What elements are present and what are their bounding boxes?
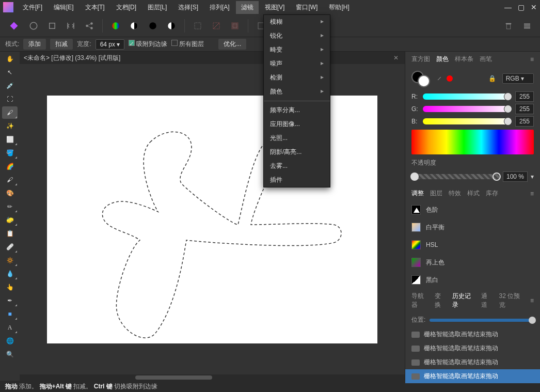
canvas-viewport[interactable]	[20, 64, 405, 374]
r-value[interactable]: 255	[515, 91, 534, 102]
history-item[interactable]: 栅格智能选取画笔结束拖动	[405, 327, 540, 341]
tab-32bit[interactable]: 32 位预览	[497, 291, 527, 310]
history-position-slider[interactable]	[430, 319, 534, 322]
filter-distort[interactable]: 畸变▸	[264, 43, 330, 57]
history-item[interactable]: 栅格智能选取画笔结束拖动	[405, 341, 540, 355]
smudge-tool[interactable]: 👆	[2, 281, 18, 293]
filter-sharpen[interactable]: 锐化▸	[264, 29, 330, 43]
flood-fill-tool[interactable]: 🪣	[2, 147, 18, 159]
menu-file[interactable]: 文件[F]	[18, 1, 47, 14]
filter-applyimage[interactable]: 应用图像...	[264, 117, 330, 131]
selection-brush-tool[interactable]: 🖌	[2, 106, 18, 119]
close-tab-icon[interactable]: ✕	[393, 54, 399, 61]
text-tool[interactable]: A	[2, 321, 18, 334]
tab-fx[interactable]: 特效	[447, 188, 463, 199]
r-slider[interactable]	[423, 93, 511, 100]
tab-stock[interactable]: 库存	[484, 188, 500, 199]
eyedropper-icon[interactable]: ⟋	[436, 75, 442, 82]
trash-icon[interactable]	[501, 18, 516, 34]
paint-brush-tool[interactable]: 🖌	[2, 174, 18, 186]
tab-color[interactable]: 颜色	[434, 54, 451, 65]
marquee-cancel-icon[interactable]	[209, 18, 224, 34]
shape-tool[interactable]: ■	[2, 308, 18, 320]
snap-edges-checkbox[interactable]: ✓吸附到边缘	[129, 40, 167, 49]
menu-edit[interactable]: 编辑[E]	[49, 1, 79, 14]
filter-noise[interactable]: 噪声▸	[264, 57, 330, 71]
tab-channels[interactable]: 通道	[479, 291, 495, 310]
menu-arrange[interactable]: 排列[A]	[204, 1, 235, 14]
tab-brush[interactable]: 画笔	[478, 54, 494, 65]
adj-blackwhite[interactable]: 黑白	[405, 271, 540, 289]
filter-dehaze[interactable]: 去雾...	[264, 159, 330, 173]
filter-lighting[interactable]: 光照...	[264, 131, 330, 145]
options-icon[interactable]	[519, 18, 535, 34]
refine-button[interactable]: 优化...	[218, 39, 246, 50]
filter-color[interactable]: 颜色▸	[264, 85, 330, 99]
hand-tool[interactable]: ✋	[2, 53, 18, 65]
color-wheel-icon[interactable]	[108, 18, 123, 34]
contrast-icon[interactable]	[126, 18, 142, 34]
menu-document[interactable]: 文档[D]	[111, 1, 141, 14]
tab-transform[interactable]: 变换	[433, 291, 448, 310]
g-slider[interactable]	[423, 106, 511, 112]
colorspace-dropdown[interactable]: RGB ▾	[502, 73, 534, 84]
lock-icon[interactable]: 🔒	[488, 75, 496, 82]
marquee-invert-icon[interactable]	[227, 18, 243, 34]
mesh-tool[interactable]: 🌐	[2, 335, 18, 347]
tab-swatches[interactable]: 样本条	[453, 54, 475, 65]
tab-adjust[interactable]: 调整	[409, 188, 426, 199]
dodge-tool[interactable]: 🔅	[2, 254, 18, 266]
heal-tool[interactable]: 🩹	[2, 241, 18, 253]
mirror-icon[interactable]	[63, 18, 78, 34]
eraser-tool[interactable]: 🧽	[2, 214, 18, 226]
adj-hsl[interactable]: HSL	[405, 236, 540, 254]
filter-plugins[interactable]: 插件	[264, 173, 330, 187]
maximize-button[interactable]: ▢	[518, 3, 525, 11]
autolevel-icon[interactable]	[26, 18, 41, 34]
gradient-tool[interactable]: 🌈	[2, 160, 18, 173]
document-tab[interactable]: <未命名> [已修改] (33.4%) [试用版] ✕	[20, 52, 405, 64]
opacity-stepper[interactable]: ▾	[531, 173, 534, 180]
tab-history[interactable]: 历史记录	[450, 291, 477, 310]
tab-layers[interactable]: 图层	[428, 188, 444, 199]
share-icon[interactable]	[82, 18, 97, 34]
history-item[interactable]: 栅格智能选取画笔结束拖动	[405, 369, 540, 383]
panel-menu-icon-2[interactable]: ≡	[528, 189, 536, 198]
horizontal-scrollbar[interactable]	[20, 374, 405, 381]
menu-window[interactable]: 窗口[W]	[291, 1, 323, 14]
minimize-button[interactable]: —	[504, 3, 512, 11]
mixer-brush-tool[interactable]: 🎨	[2, 187, 18, 199]
brush-width-dropdown[interactable]: 64 px ▾	[96, 39, 125, 50]
tab-histogram[interactable]: 直方图	[409, 54, 432, 65]
hue-picker[interactable]	[411, 130, 534, 154]
filter-shadowhighlight[interactable]: 阴影/高亮...	[264, 145, 330, 159]
opacity-slider[interactable]	[411, 174, 500, 179]
mode-subtract-button[interactable]: 扣减	[50, 39, 73, 50]
filter-blur[interactable]: 模糊▸	[264, 15, 330, 29]
tab-styles[interactable]: 样式	[465, 188, 482, 199]
panel-menu-icon-3[interactable]: ≡	[528, 296, 536, 305]
menu-layer[interactable]: 图层[L]	[142, 1, 172, 14]
g-value[interactable]: 255	[515, 104, 534, 114]
adj-recolor[interactable]: 再上色	[405, 254, 540, 271]
adj-whitebalance[interactable]: 白平衡	[405, 218, 540, 236]
persona-switch-icon[interactable]	[5, 17, 23, 35]
menu-help[interactable]: 帮助[H]	[324, 1, 354, 14]
history-item[interactable]: 栅格智能选取画笔结束拖动	[405, 355, 540, 369]
close-button[interactable]: ✕	[531, 3, 537, 11]
all-layers-checkbox[interactable]: 所有图层	[171, 40, 204, 49]
adj-levels[interactable]: 色阶	[405, 201, 540, 218]
blur-tool[interactable]: 💧	[2, 268, 18, 280]
panel-menu-icon[interactable]: ≡	[528, 55, 536, 64]
pen-tool[interactable]: ✒	[2, 294, 18, 307]
bw-circle-icon[interactable]	[164, 18, 179, 34]
filter-detect[interactable]: 检测▸	[264, 71, 330, 85]
menu-view[interactable]: 视图[V]	[260, 1, 290, 14]
b-slider[interactable]	[423, 118, 511, 124]
cube-icon[interactable]	[44, 18, 60, 34]
pencil-tool[interactable]: ✏	[2, 200, 18, 213]
marquee-tool[interactable]: ⬜	[2, 133, 18, 146]
dropper-tool[interactable]: 💉	[2, 80, 18, 92]
filter-freqsep[interactable]: 频率分离...	[264, 103, 330, 117]
menu-text[interactable]: 文本[T]	[80, 1, 110, 14]
